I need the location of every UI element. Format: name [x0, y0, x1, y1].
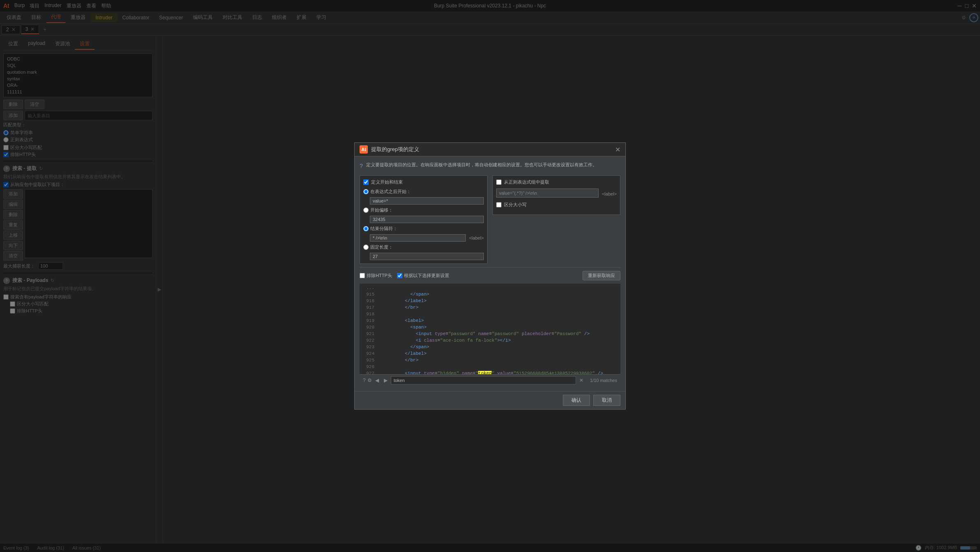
regex-extract-label: 从正则表达式组中提取 — [504, 179, 549, 185]
confirm-button[interactable]: 确认 — [563, 395, 590, 406]
end-delim-input-row: <label> — [363, 234, 484, 242]
search-bar: ? ⚙ ◀ ▶ ✕ 1/10 matches — [360, 374, 620, 386]
search-input[interactable] — [391, 376, 576, 384]
code-line-922: 922 <i class="ace-icon fa fa-lock"></i> — [361, 338, 619, 345]
grep-modal: At 提取的grep项的定义 ✕ ? 定义要提取的项目的位置。在响应面板中选择项… — [354, 142, 626, 410]
cancel-button[interactable]: 取消 — [593, 395, 620, 406]
code-line-920: 920 <span> — [361, 325, 619, 331]
modal-overlay: At 提取的grep项的定义 ✕ ? 定义要提取的项目的位置。在响应面板中选择项… — [0, 0, 980, 552]
modal-config: 定义开始和结束 在表达式之后开始： — [360, 175, 620, 267]
define-start-end-label: 定义开始和结束 — [371, 179, 403, 185]
code-line-925: 925 </br> — [361, 358, 619, 364]
start-offset-input[interactable] — [370, 216, 484, 223]
regex-case-check[interactable]: 区分大小写 — [496, 202, 617, 208]
radio-start-offset[interactable]: 开始偏移： — [363, 207, 393, 213]
modal-info-text: 定义要提取的项目的位置。在响应面板中选择项目时，将自动创建相应的设置。您也可以手… — [366, 161, 597, 168]
modal-body: ? 定义要提取的项目的位置。在响应面板中选择项目时，将自动创建相应的设置。您也可… — [355, 156, 625, 391]
search-next-button[interactable]: ▶ — [382, 377, 389, 384]
regex-case-label: 区分大小写 — [504, 202, 527, 208]
code-line-926: 926 — [361, 364, 619, 371]
refresh-response-button[interactable]: 重新获取响应 — [583, 271, 620, 280]
code-line-921: 921 <input type="password" name="passwor… — [361, 331, 619, 338]
code-line-923: 923 </span> — [361, 345, 619, 351]
code-line-915: 915 </span> — [361, 292, 619, 298]
start-offset-row: 开始偏移： — [363, 207, 484, 213]
code-line-918: 918 — [361, 312, 619, 318]
code-line-919: 919 <label> — [361, 318, 619, 325]
info-icon: ? — [360, 162, 363, 170]
code-line-916: 916 </label> — [361, 298, 619, 305]
code-line-927: 927 <input type="hidden" name="token" va… — [361, 371, 619, 374]
end-delim-input[interactable] — [370, 234, 466, 242]
start-offset-input-row — [363, 216, 484, 223]
code-view: ... 915 </span> 916 </label> 917 </br> — [360, 284, 620, 374]
define-start-end-check[interactable]: 定义开始和结束 — [363, 179, 484, 185]
start-after-input[interactable] — [370, 197, 484, 205]
right-panel-box: 从正则表达式组中提取 <label> 区分大小写 — [492, 175, 620, 215]
code-line-ellipsis: ... — [361, 285, 619, 292]
modal-options-row: 排除HTTP头 根据以下选择更新设置 重新获取响应 — [360, 267, 620, 284]
search-settings-icon[interactable]: ⚙ — [367, 377, 372, 383]
fixed-length-input-row — [363, 253, 484, 260]
update-settings-option[interactable]: 根据以下选择更新设置 — [397, 273, 449, 279]
regex-input[interactable] — [496, 189, 599, 198]
end-delim-label2: <label> — [469, 235, 484, 240]
code-line-924: 924 </label> — [361, 351, 619, 358]
left-panel-box: 定义开始和结束 在表达式之后开始： — [360, 175, 488, 264]
modal-icon: At — [360, 145, 368, 154]
end-delim-row: 结束分隔符： — [363, 226, 484, 232]
modal-footer: 确认 取消 — [355, 391, 625, 409]
radio-fixed-length[interactable]: 固定长度： — [363, 244, 393, 250]
start-after-expr-row: 在表达式之后开始： — [363, 189, 484, 195]
regex-extract-check[interactable]: 从正则表达式组中提取 — [496, 179, 617, 185]
modal-header: At 提取的grep项的定义 ✕ — [355, 143, 625, 156]
help-icon[interactable]: ? — [363, 377, 366, 383]
right-col: 从正则表达式组中提取 <label> 区分大小写 — [492, 175, 620, 267]
modal-title: 提取的grep项的定义 — [371, 146, 419, 153]
modal-close-button[interactable]: ✕ — [615, 146, 620, 154]
regex-input-row: <label> — [496, 189, 617, 199]
regex-label: <label> — [602, 191, 617, 196]
code-line-917: 917 </br> — [361, 305, 619, 312]
start-after-input-row — [363, 197, 484, 205]
left-col: 定义开始和结束 在表达式之后开始： — [360, 175, 488, 267]
search-prev-button[interactable]: ◀ — [374, 377, 381, 384]
exclude-http-option[interactable]: 排除HTTP头 — [360, 273, 392, 279]
fixed-length-input[interactable] — [370, 253, 484, 260]
search-matches: 1/10 matches — [590, 378, 617, 383]
fixed-length-row: 固定长度： — [363, 244, 484, 250]
modal-info: ? 定义要提取的项目的位置。在响应面板中选择项目时，将自动创建相应的设置。您也可… — [360, 161, 620, 170]
radio-end-delim[interactable]: 结束分隔符： — [363, 226, 397, 232]
radio-start-after[interactable]: 在表达式之后开始： — [363, 189, 411, 195]
search-clear-button[interactable]: ✕ — [578, 377, 585, 384]
